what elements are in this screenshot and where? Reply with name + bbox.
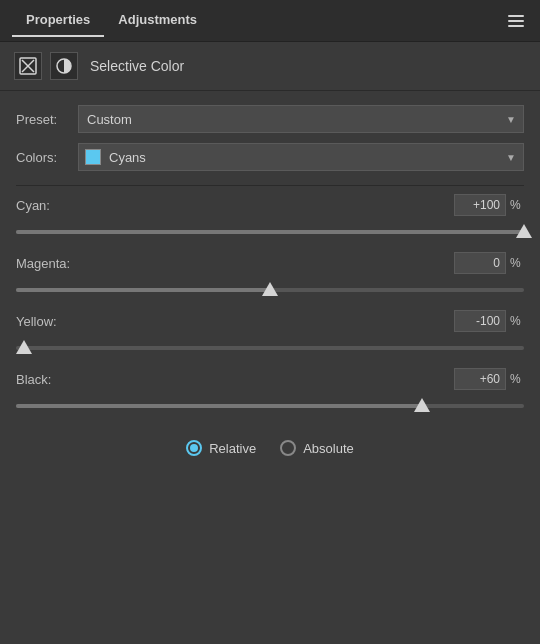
radio-relative-inner xyxy=(190,444,198,452)
magenta-track-container xyxy=(16,278,524,302)
colors-row: Colors: Cyans Reds Yellows Greens Blues … xyxy=(16,143,524,171)
cyan-label: Cyan: xyxy=(16,198,454,213)
tool-label: Selective Color xyxy=(90,58,184,74)
radio-absolute-label: Absolute xyxy=(303,441,354,456)
yellow-percent: % xyxy=(510,314,524,328)
tool-row: Selective Color xyxy=(0,42,540,91)
cyan-slider-header: Cyan: % xyxy=(16,194,524,216)
yellow-slider-header: Yellow: % xyxy=(16,310,524,332)
menu-line-3 xyxy=(508,25,524,27)
radio-absolute-outer xyxy=(280,440,296,456)
colors-select[interactable]: Cyans Reds Yellows Greens Blues Magentas… xyxy=(78,143,524,171)
black-track-container xyxy=(16,394,524,418)
yellow-track[interactable] xyxy=(16,346,524,350)
black-slider-section: Black: % xyxy=(16,368,524,420)
mask-tool-icon[interactable] xyxy=(14,52,42,80)
radio-absolute[interactable]: Absolute xyxy=(280,440,354,456)
panel-menu-icon[interactable] xyxy=(504,11,528,31)
tab-adjustments[interactable]: Adjustments xyxy=(104,4,211,37)
magenta-slider-header: Magenta: % xyxy=(16,252,524,274)
black-value-wrap: % xyxy=(454,368,524,390)
magenta-thumb[interactable] xyxy=(262,284,278,296)
cyan-value-wrap: % xyxy=(454,194,524,216)
yellow-track-container xyxy=(16,336,524,360)
yellow-slider-section: Yellow: % xyxy=(16,310,524,362)
yellow-label: Yellow: xyxy=(16,314,454,329)
radio-relative-outer xyxy=(186,440,202,456)
black-value-input[interactable] xyxy=(454,368,506,390)
cyan-value-input[interactable] xyxy=(454,194,506,216)
black-slider-header: Black: % xyxy=(16,368,524,390)
header: Properties Adjustments xyxy=(0,0,540,42)
yellow-thumb[interactable] xyxy=(16,342,32,354)
black-thumb[interactable] xyxy=(414,400,430,412)
magenta-percent: % xyxy=(510,256,524,270)
tab-properties[interactable]: Properties xyxy=(12,4,104,37)
black-label: Black: xyxy=(16,372,454,387)
yellow-value-input[interactable] xyxy=(454,310,506,332)
black-track[interactable] xyxy=(16,404,524,408)
menu-line-1 xyxy=(508,15,524,17)
radio-relative[interactable]: Relative xyxy=(186,440,256,456)
radio-row: Relative Absolute xyxy=(16,440,524,456)
cyan-slider-section: Cyan: % xyxy=(16,194,524,246)
yellow-value-wrap: % xyxy=(454,310,524,332)
black-percent: % xyxy=(510,372,524,386)
cyan-thumb[interactable] xyxy=(516,226,532,238)
preset-select[interactable]: Custom xyxy=(78,105,524,133)
cyan-track[interactable] xyxy=(16,230,524,234)
circle-tool-icon[interactable] xyxy=(50,52,78,80)
magenta-slider-section: Magenta: % xyxy=(16,252,524,304)
preset-row: Preset: Custom ▼ xyxy=(16,105,524,133)
preset-select-wrapper: Custom ▼ xyxy=(78,105,524,133)
preset-label: Preset: xyxy=(16,112,78,127)
magenta-value-wrap: % xyxy=(454,252,524,274)
radio-relative-label: Relative xyxy=(209,441,256,456)
cyan-track-container xyxy=(16,220,524,244)
magenta-label: Magenta: xyxy=(16,256,454,271)
menu-line-2 xyxy=(508,20,524,22)
divider-1 xyxy=(16,185,524,186)
content: Preset: Custom ▼ Colors: Cyans Reds Yell… xyxy=(0,91,540,470)
cyan-percent: % xyxy=(510,198,524,212)
panel: Properties Adjustments Selective Color xyxy=(0,0,540,644)
colors-label: Colors: xyxy=(16,150,78,165)
magenta-value-input[interactable] xyxy=(454,252,506,274)
colors-select-wrapper: Cyans Reds Yellows Greens Blues Magentas… xyxy=(78,143,524,171)
